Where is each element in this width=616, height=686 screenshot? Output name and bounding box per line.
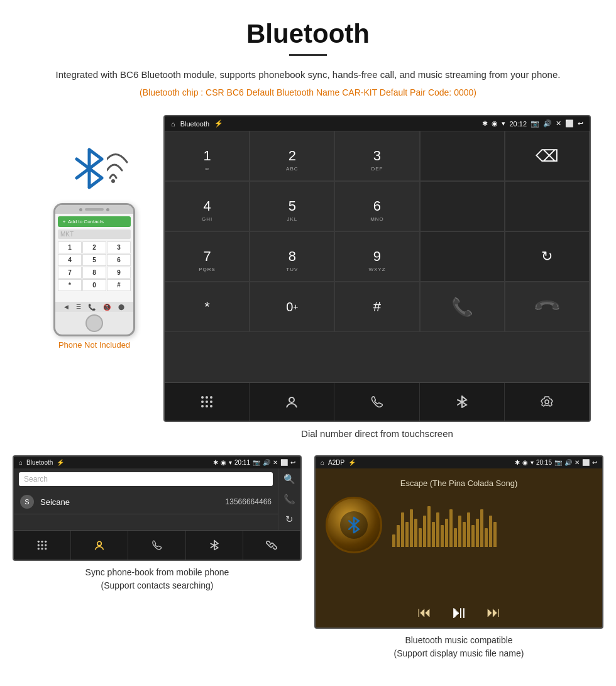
- end-call-btn[interactable]: 📞: [505, 282, 590, 332]
- backspace-btn[interactable]: ⌫: [505, 131, 590, 181]
- key-hash[interactable]: #: [334, 282, 419, 332]
- phone-mockup: ＋Add to Contacts MKT 1 2 3 4 5 6 7 8 9 *…: [53, 203, 135, 336]
- camera-dot: [79, 208, 82, 211]
- page-header: Bluetooth Integrated with BC6 Bluetooth …: [0, 0, 616, 115]
- search-side-icon[interactable]: 🔍: [283, 473, 295, 485]
- music-status-right: ✱ ◉ ▾ 20:15 📷 🔊 ✕ ⬜ ↩: [515, 459, 597, 466]
- bluetooth-icon: [72, 147, 107, 197]
- key-4[interactable]: 4GHI: [165, 181, 250, 231]
- phone-key-5: 5: [82, 254, 106, 266]
- bottom-row: ⌂ Bluetooth ⚡ ✱ ◉ ▾ 20:11 📷 🔊 ✕ ⬜ ↩: [0, 455, 616, 673]
- empty-r3-4: [420, 231, 505, 282]
- album-bluetooth-icon: [340, 511, 368, 539]
- key-8[interactable]: 8TUV: [250, 231, 334, 282]
- music-app-name: A2DP: [328, 459, 344, 466]
- pnav-keypad[interactable]: [14, 531, 71, 560]
- bt-wifi-graphic: [53, 134, 135, 197]
- time-display: 20:12: [509, 120, 527, 128]
- red-phone-icon: 📞: [532, 292, 562, 322]
- svg-point-14: [45, 541, 47, 543]
- play-pause-btn[interactable]: ⏯: [450, 602, 468, 622]
- phonebook-caption: Sync phone-book from mobile phone (Suppo…: [85, 566, 229, 592]
- svg-point-9: [210, 405, 212, 407]
- nav-calls[interactable]: [334, 383, 419, 421]
- music-status-bar: ⌂ A2DP ⚡ ✱ ◉ ▾ 20:15 📷 🔊 ✕ ⬜ ↩: [316, 456, 602, 468]
- key-6[interactable]: 6MNO: [334, 181, 419, 231]
- music-cam-icon: 📷: [554, 459, 562, 466]
- contact-name: Seicane: [40, 497, 226, 507]
- call-side-icon[interactable]: 📞: [283, 494, 295, 505]
- nav-settings[interactable]: [505, 383, 590, 421]
- pb-cam-icon: 📷: [253, 459, 260, 466]
- pnav-calls[interactable]: [128, 531, 185, 560]
- pb-status-left: ⌂ Bluetooth ⚡: [19, 459, 64, 466]
- pb-back-icon: ↩: [290, 459, 295, 466]
- search-input[interactable]: Search: [19, 472, 273, 486]
- svg-point-12: [38, 541, 40, 543]
- refresh-side-icon[interactable]: ↻: [285, 514, 294, 525]
- status-right: ✱ ◉ ▾ 20:12 📷 🔊 ✕ ⬜ ↩: [482, 119, 583, 128]
- phonebook-side-icons: 🔍 📞 ↻: [278, 468, 300, 530]
- phone-key-6: 6: [107, 254, 131, 266]
- music-home-icon: ⌂: [321, 459, 324, 466]
- pnav-contacts[interactable]: [71, 531, 128, 560]
- refresh-btn[interactable]: ↻: [505, 231, 590, 282]
- pb-vol-icon: 🔊: [263, 459, 270, 466]
- pnav-bluetooth[interactable]: [186, 531, 243, 560]
- music-vol-icon: 🔊: [564, 459, 572, 466]
- nav-bluetooth[interactable]: [420, 383, 505, 421]
- usb-icon: ⚡: [214, 119, 223, 128]
- key-2[interactable]: 2ABC: [250, 131, 334, 181]
- svg-point-21: [97, 541, 102, 546]
- status-left: ⌂ Bluetooth ⚡: [171, 119, 223, 128]
- search-placeholder: Search: [24, 475, 48, 484]
- phonebook-status-bar: ⌂ Bluetooth ⚡ ✱ ◉ ▾ 20:11 📷 🔊 ✕ ⬜ ↩: [14, 456, 300, 468]
- key-5[interactable]: 5JKL: [250, 181, 334, 231]
- phonebook-body: Search S Seicane 13566664466 🔍 📞 ↻: [14, 468, 300, 530]
- svg-point-11: [545, 400, 549, 404]
- music-status-left: ⌂ A2DP ⚡: [321, 459, 356, 466]
- key-1[interactable]: 1∞: [165, 131, 250, 181]
- call-btn[interactable]: 📞: [420, 282, 505, 332]
- music-usb-icon: ⚡: [348, 459, 356, 466]
- pnav-link[interactable]: [243, 531, 300, 560]
- key-9[interactable]: 9WXYZ: [334, 231, 419, 282]
- svg-point-8: [206, 405, 208, 407]
- svg-point-1: [201, 396, 204, 399]
- dialer-screen: ⌂ Bluetooth ⚡ ✱ ◉ ▾ 20:12 📷 🔊 ✕ ⬜ ↩: [163, 115, 591, 422]
- back-icon: ↩: [578, 119, 583, 128]
- key-0[interactable]: 0+: [250, 282, 334, 332]
- svg-point-13: [41, 541, 43, 543]
- menu-icon: ☰: [76, 304, 81, 310]
- phone-number-display: MKT: [58, 230, 131, 239]
- pb-screen-icon: ⬜: [280, 459, 288, 466]
- svg-point-4: [201, 401, 204, 403]
- pb-app-name: Bluetooth: [26, 459, 53, 466]
- phone-key-4: 4: [58, 254, 82, 266]
- pb-close-icon: ✕: [273, 459, 278, 466]
- phone-not-included-label: Phone Not Included: [58, 340, 130, 350]
- close-icon: ✕: [556, 119, 561, 128]
- equalizer: [392, 503, 497, 547]
- key-7[interactable]: 7PQRS: [165, 231, 250, 282]
- next-track-btn[interactable]: ⏭: [487, 604, 500, 621]
- display-area: [420, 131, 505, 181]
- phone-image-area: ＋Add to Contacts MKT 1 2 3 4 5 6 7 8 9 *…: [25, 115, 163, 350]
- camera-icon: 📷: [531, 119, 539, 128]
- music-controls: ⏮ ⏯ ⏭: [316, 594, 602, 628]
- svg-point-5: [206, 401, 208, 403]
- phonebook-list-area: Search S Seicane 13566664466: [14, 468, 278, 530]
- phone-keypad: 1 2 3 4 5 6 7 8 9 * 0 #: [58, 241, 131, 291]
- main-section: ＋Add to Contacts MKT 1 2 3 4 5 6 7 8 9 *…: [0, 115, 616, 449]
- header-description: Integrated with BC6 Bluetooth module, su…: [38, 67, 578, 82]
- music-main-area: [326, 497, 592, 553]
- nav-contacts[interactable]: [250, 383, 334, 421]
- nav-keypad[interactable]: [165, 383, 250, 421]
- phone-bottom-bar: ◀ ☰ 📞 📵 ⬤: [55, 302, 133, 312]
- key-3[interactable]: 3DEF: [334, 131, 419, 181]
- contact-entry[interactable]: S Seicane 13566664466: [14, 490, 278, 514]
- sensor-dot: [106, 208, 109, 211]
- prev-track-btn[interactable]: ⏮: [417, 604, 431, 621]
- page-title: Bluetooth: [38, 19, 578, 49]
- key-star[interactable]: *: [165, 282, 250, 332]
